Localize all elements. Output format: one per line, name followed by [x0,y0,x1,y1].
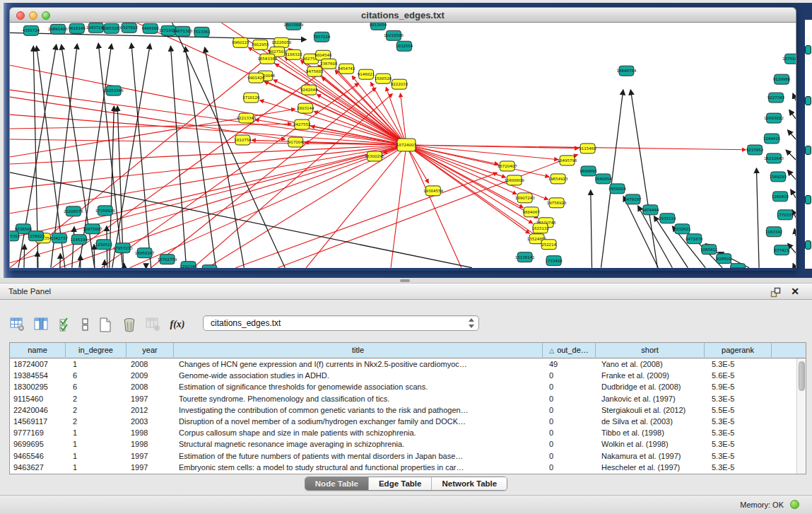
graph-node[interactable]: 19218586 [384,30,404,40]
graph-node[interactable]: 2803144 [297,103,314,113]
graph-node[interactable]: 9215953 [746,145,764,155]
graph-node[interactable]: 1292346 [180,262,197,268]
graph-node[interactable]: 1588520 [375,74,392,83]
graph-node[interactable]: 9222033 [391,79,408,89]
graph-node[interactable]: 8427552 [293,119,310,129]
graph-node[interactable]: 4355724 [23,25,40,35]
table-row[interactable]: 911546021997Tourette syndrome. Phenomeno… [10,393,796,404]
graph-node[interactable]: 1250513 [95,240,113,250]
graph-node[interactable]: 1244415 [763,134,781,144]
graph-node[interactable]: 9245012 [201,265,218,268]
column-header-out_degree[interactable]: △out_de… [543,343,596,358]
graph-node[interactable]: 677421 [775,245,789,255]
graph-node[interactable]: 19756928 [547,198,567,208]
graph-node[interactable]: 1260415 [772,192,789,201]
graph-node[interactable]: 16543382 [257,54,277,64]
graph-node[interactable]: 20206576 [64,206,83,216]
table-selector-dropdown[interactable]: citations_edges.txt [203,315,479,331]
column-header-pagerank[interactable]: pagerank [705,343,772,358]
graph-node[interactable]: 8813054 [370,23,387,30]
graph-node[interactable]: 9475685 [306,66,324,76]
graph-node[interactable]: 924501 [717,254,731,264]
tab-network-table[interactable]: Network Table [432,477,507,490]
table-row[interactable]: 1456911722003Disruption of a novel membe… [10,416,796,427]
divider-grip-icon[interactable] [400,279,410,282]
graph-node[interactable]: 12093822 [764,113,784,123]
column-header-name[interactable]: name [10,343,66,358]
graph-node[interactable]: 17359928 [95,206,115,216]
import-table-icon[interactable] [145,317,162,332]
graph-node[interactable]: 1145194 [71,235,88,245]
graph-node[interactable]: 18724007 [396,139,416,151]
graph-node[interactable]: 917004 [288,137,303,147]
table-row[interactable]: 1938455462009Genome-wide association stu… [10,370,796,381]
table-row[interactable]: 1872400712008Changes of HCN gene express… [10,358,796,370]
graph-node[interactable]: 15751074 [782,54,796,64]
graph-node[interactable]: 12213343 [236,113,256,123]
network-svg[interactable]: 1872400789601238912955182260589827503165… [9,23,796,268]
graph-node[interactable]: 1156823 [28,231,45,241]
graph-node[interactable]: 17957233 [113,243,133,253]
close-panel-icon[interactable]: ✕ [791,286,799,297]
graph-node[interactable]: 9242844 [300,85,318,95]
table-row[interactable]: 2242004622012Investigating the contribut… [10,404,796,416]
graph-node[interactable]: 9115460 [579,144,596,153]
graph-node[interactable]: 16648784 [616,66,636,76]
rows-icon[interactable] [81,317,90,332]
graph-node[interactable]: 186505 [731,264,746,268]
graph-node[interactable]: 1810754 [234,135,252,145]
graph-node[interactable]: 1640954 [594,174,612,184]
graph-node[interactable]: 9129966 [773,74,791,84]
graph-node[interactable]: 252214 [541,240,556,250]
delete-table-icon[interactable] [121,317,138,332]
graph-node[interactable]: 1615132 [531,223,548,233]
table-row[interactable]: 946554611997Estimation of the future num… [10,450,796,462]
modify-table-icon[interactable] [9,317,26,332]
graph-node[interactable]: 1065411 [700,245,717,255]
table-row[interactable]: 977716911998Corpus callosum shape and si… [10,427,796,438]
graph-node[interactable]: 8186328 [285,49,302,59]
graph-node[interactable]: 9227343 [767,93,785,103]
graph-node[interactable]: 16958167 [135,248,155,258]
graph-node[interactable]: 2367608 [320,59,338,69]
table-row[interactable]: 946362711997Embryonic stem cells: a mode… [10,462,796,473]
show-column-icon[interactable] [33,317,50,332]
graph-node[interactable]: 1770335 [777,210,794,220]
graph-node[interactable]: 15136141 [515,252,535,262]
graph-node[interactable]: 16782759 [158,255,177,264]
column-header-short[interactable]: short [596,343,705,358]
table-row[interactable]: 1830029562008Estimation of significance … [10,381,796,392]
graph-node[interactable]: 19384554 [423,186,443,196]
scrollbar-thumb[interactable] [799,361,805,391]
tab-edge-table[interactable]: Edge Table [369,477,433,490]
tab-node-table[interactable]: Node Table [305,477,369,490]
graph-node[interactable]: 9474444 [642,205,659,215]
graph-node[interactable]: 3315301 [9,231,20,241]
graph-node[interactable]: 8912955 [252,40,269,49]
graph-node[interactable]: 16210643 [764,153,784,163]
panel-divider[interactable] [0,278,812,283]
graph-node[interactable]: 9684067 [522,207,540,217]
graph-node[interactable]: 1733426 [545,256,563,266]
graph-node[interactable]: 2718126 [242,93,260,103]
graph-node[interactable]: 8958924 [608,184,626,194]
graph-node[interactable]: 1163342 [765,227,782,237]
vertical-scrollbar[interactable] [796,358,806,474]
graph-node[interactable]: 19654923 [548,174,568,184]
graph-node[interactable]: 6479197 [624,194,642,204]
graph-node[interactable]: 18300295 [365,151,384,161]
graph-node[interactable]: 20691406 [48,24,68,34]
graph-node[interactable]: 8960123 [232,37,249,47]
column-header-title[interactable]: title [174,343,543,358]
graph-node[interactable]: 1342737 [51,233,69,243]
column-header-in_degree[interactable]: in_degree [66,343,126,358]
graph-node[interactable]: 16033809 [283,23,303,30]
graph-node[interactable]: 18226058 [271,37,291,47]
graph-node[interactable]: 1527602 [120,23,137,33]
float-panel-icon[interactable] [770,287,781,298]
graph-node[interactable]: 9901426 [247,73,265,83]
graph-node[interactable]: 9146821 [358,69,375,79]
table-row[interactable]: 969969511998Structural magnetic resonanc… [10,438,796,450]
graph-node[interactable]: 10653287 [102,23,122,33]
graph-node[interactable]: 18907243 [515,193,535,203]
